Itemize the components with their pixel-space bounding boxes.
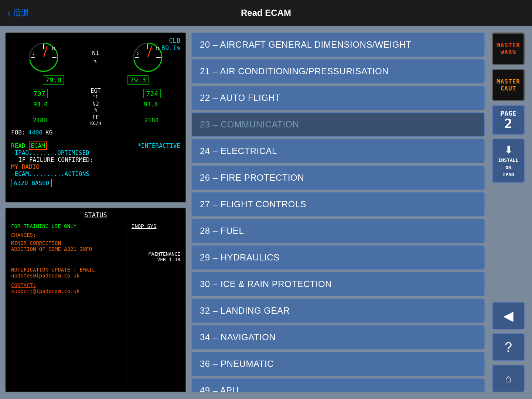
item-30[interactable]: 30 – ICE & RAIN PROTECTION xyxy=(191,272,485,296)
item-29[interactable]: 29 – HYDRAULICS xyxy=(191,245,485,270)
isa-label: ISA xyxy=(76,391,86,392)
n2-percent: % xyxy=(94,108,97,113)
egt-section: EGT °C xyxy=(91,88,100,99)
isa-section: ISA -3 °C xyxy=(76,391,102,392)
left-n1-value: 79.0 xyxy=(43,75,64,85)
radio-text: MY RADIO xyxy=(11,163,117,170)
page-title: Read ECAM xyxy=(241,8,291,18)
help-icon: ? xyxy=(505,340,512,355)
failure-text: IF FAILURE CONFIRMED: xyxy=(11,156,117,163)
gw-label: GW xyxy=(148,391,154,392)
item-32-label: 32 – LANDING GEAR xyxy=(200,306,290,316)
fob-value: 4400 xyxy=(28,129,43,136)
read-label: READ xyxy=(11,142,25,149)
install-button[interactable]: ⬇ INSTALL ON IPAD xyxy=(492,139,525,183)
master-warn-line1: MASTER xyxy=(497,42,520,49)
clb-value: 89.1% xyxy=(161,44,180,52)
clb-label: CLB xyxy=(169,37,180,44)
install-line3: IPAD xyxy=(502,172,514,178)
notify-label: NOTIFICATION UPDATE : EMAIL xyxy=(11,267,121,273)
master-caut-button[interactable]: MASTER CAUT xyxy=(492,69,525,101)
changes-label: CHANGES: xyxy=(11,232,121,238)
status-content: FOR TRAINING USE ONLY CHANGES: MINOR COR… xyxy=(6,220,185,389)
right-ff-value: 2180 xyxy=(144,117,159,124)
item-28-label: 28 – FUEL xyxy=(200,226,244,236)
item-34[interactable]: 34 – NAVIGATION xyxy=(191,325,485,349)
status-right: INOP SYS MAINTENANCE VER 1.38 xyxy=(126,220,185,389)
egt-unit: °C xyxy=(93,94,98,99)
item-34-label: 34 – NAVIGATION xyxy=(200,332,276,342)
left-gauge-svg: 5 10 xyxy=(27,41,60,74)
item-36[interactable]: 36 – PNEUMATIC xyxy=(191,352,485,376)
right-n2-value: 93.8 xyxy=(144,101,158,108)
item-23: 23 – COMMUNICATION xyxy=(191,112,485,137)
svg-text:10: 10 xyxy=(156,47,160,51)
status-header: STATUS xyxy=(6,208,185,220)
menu-panel: 20 – AIRCRAFT GENERAL DIMENSIONS/WEIGHT2… xyxy=(191,33,485,392)
item-27[interactable]: 27 – FLIGHT CONTROLS xyxy=(191,192,485,216)
right-engine-gauge: 5 10 xyxy=(131,41,164,74)
item-26-label: 26 – FIRE PROTECTION xyxy=(200,173,304,183)
item-22-label: 22 – AUTO FLIGHT xyxy=(200,93,280,103)
training-text: FOR TRAINING USE ONLY xyxy=(11,223,121,229)
email-text: updates@ipadecam.co.uk xyxy=(11,273,121,279)
n1-percent: % xyxy=(94,59,97,64)
ff-section: FF KG/H xyxy=(91,114,101,126)
ecam-label: ECAM xyxy=(29,141,47,150)
divider xyxy=(11,139,180,139)
item-20[interactable]: 20 – AIRCRAFT GENERAL DIMENSIONS/WEIGHT xyxy=(191,33,485,57)
master-warn-button[interactable]: MASTER WARN xyxy=(492,33,525,65)
item-21[interactable]: 21 – AIR CONDITIONING/PRESSURISATION xyxy=(191,59,485,83)
item-27-label: 27 – FLIGHT CONTROLS xyxy=(200,199,306,209)
item-49[interactable]: 49 – APU xyxy=(191,378,485,392)
change1: MINOR CORRECTION xyxy=(11,240,121,246)
left-n2-section: 93.0 xyxy=(33,101,48,108)
svg-text:5: 5 xyxy=(33,52,34,55)
n2-ff-row: 93.0 N2 % 93.8 xyxy=(11,101,180,113)
help-button[interactable]: ? xyxy=(492,333,525,361)
master-caut-line2: CAUT xyxy=(501,85,516,92)
right-gauge-svg: 5 10 xyxy=(131,41,164,74)
a320-badge: A320 BASED xyxy=(11,179,52,187)
left-egt-value: 707 xyxy=(31,89,48,98)
item-26[interactable]: 26 – FIRE PROTECTION xyxy=(191,166,485,190)
isa-unit: °C xyxy=(96,392,102,392)
home-button[interactable]: ⌂ xyxy=(492,365,525,392)
install-line1: INSTALL xyxy=(498,157,519,163)
tat-value: +8 xyxy=(23,391,29,392)
back-button[interactable]: ‹ 后退 xyxy=(7,7,29,19)
left-panel: CLB 89.1% 5 10 xyxy=(5,33,186,392)
contact-label: CONTACT: xyxy=(11,282,121,288)
back-nav-icon: ◀ xyxy=(503,308,514,324)
left-engine-gauge: 5 10 xyxy=(27,41,60,74)
item-30-label: 30 – ICE & RAIN PROTECTION xyxy=(200,279,332,289)
page-indicator[interactable]: PAGE 2 xyxy=(492,105,525,135)
gw-unit: KG xyxy=(174,391,180,392)
home-icon: ⌂ xyxy=(505,372,512,385)
item-29-label: 29 – HYDRAULICS xyxy=(200,252,280,262)
item-28[interactable]: 28 – FUEL xyxy=(191,219,485,243)
sat-value: -3 xyxy=(55,391,62,392)
back-label: 后退 xyxy=(13,7,29,18)
status-panel: STATUS FOR TRAINING USE ONLY CHANGES: MI… xyxy=(5,208,186,392)
time-h-label: H xyxy=(129,391,132,392)
ff-unit: KG/H xyxy=(91,121,101,126)
inop-label: INOP SYS xyxy=(132,223,180,229)
change2: ADDITION OF SOME A321 INFO xyxy=(11,246,121,252)
item-22[interactable]: 22 – AUTO FLIGHT xyxy=(191,86,485,110)
support-text: support@ipadecam.co.uk xyxy=(11,288,121,294)
right-egt-value: 724 xyxy=(143,89,161,98)
tat-label: TAT xyxy=(11,391,20,392)
item-24[interactable]: 24 – ELECTRICAL xyxy=(191,139,485,163)
maintenance-label: MAINTENANCE xyxy=(132,251,180,257)
item-32[interactable]: 32 – LANDING GEAR xyxy=(191,299,485,323)
sat-label: SAT xyxy=(44,391,53,392)
left-n2-value: 93.0 xyxy=(33,101,48,108)
ipad-optimised: -IPAD........OPTIMISED xyxy=(11,149,117,156)
right-sidebar: MASTER WARN MASTER CAUT PAGE 2 ⬇ INSTALL… xyxy=(490,33,527,392)
top-bar: ‹ 后退 Read ECAM xyxy=(0,0,532,26)
item-21-label: 21 – AIR CONDITIONING/PRESSURISATION xyxy=(200,66,389,76)
status-left: FOR TRAINING USE ONLY CHANGES: MINOR COR… xyxy=(6,220,126,389)
back-nav-button[interactable]: ◀ xyxy=(492,302,525,330)
install-icon: ⬇ xyxy=(504,144,513,156)
